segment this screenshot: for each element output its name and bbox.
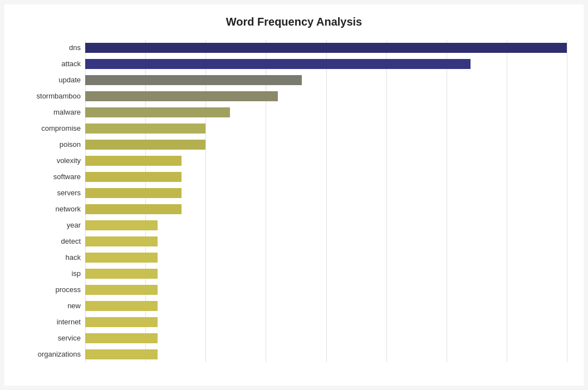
y-label: malware (21, 108, 81, 116)
y-label: poison (21, 141, 81, 148)
grid-line (145, 40, 146, 362)
bar-row (85, 203, 567, 215)
bar (85, 220, 158, 230)
bar (85, 301, 158, 311)
y-label: servers (21, 189, 81, 196)
bar (85, 91, 278, 101)
y-label: detect (21, 238, 81, 245)
grid-line (266, 40, 266, 362)
bar (85, 172, 182, 182)
chart-container: Word Frequency Analysis dnsattackupdates… (4, 4, 584, 386)
y-label: isp (21, 270, 81, 277)
y-label: process (21, 286, 81, 293)
bar (85, 43, 567, 53)
y-label: dns (21, 44, 81, 51)
grid-line (567, 40, 567, 362)
grid-line (326, 40, 327, 362)
y-label: hack (21, 254, 81, 261)
bar-row (85, 332, 567, 344)
bar-row (85, 90, 567, 102)
bar-row (85, 74, 567, 86)
bar-row (85, 122, 567, 135)
bars-and-grid (85, 40, 567, 362)
grid-line (507, 40, 507, 362)
bar-row (85, 268, 567, 280)
y-label: new (21, 302, 81, 309)
bar-row (85, 155, 567, 167)
chart-area: dnsattackupdatestormbamboomalwarecomprom… (21, 40, 567, 362)
bar (85, 333, 158, 343)
y-labels: dnsattackupdatestormbamboomalwarecomprom… (21, 40, 85, 362)
bar (85, 269, 158, 279)
y-label: internet (21, 318, 81, 325)
y-label: stormbamboo (21, 92, 81, 100)
bar (85, 124, 205, 134)
bar (85, 204, 182, 214)
grid-line (386, 40, 387, 362)
bar-row (85, 316, 567, 328)
y-label: organizations (21, 350, 81, 358)
bar-row (85, 235, 567, 248)
bar (85, 236, 158, 246)
bar-row (85, 251, 567, 264)
bar-row (85, 139, 567, 151)
bar (85, 317, 158, 327)
y-label: software (21, 173, 81, 180)
y-label: volexity (21, 157, 81, 164)
bar-row (85, 42, 567, 54)
bar-row (85, 284, 567, 296)
bar (85, 349, 158, 359)
bar-row (85, 171, 567, 183)
bar-row (85, 58, 567, 70)
grid-line (447, 40, 447, 362)
bar-row (85, 106, 567, 119)
y-label: service (21, 334, 81, 342)
y-label: network (21, 205, 81, 213)
grid-line (205, 40, 206, 362)
chart-title: Word Frequency Analysis (21, 16, 567, 28)
bar (85, 107, 230, 117)
bar (85, 253, 158, 263)
y-label: update (21, 76, 81, 83)
grid-line (85, 40, 86, 362)
y-label: attack (21, 60, 81, 67)
bar-row (85, 348, 567, 361)
y-label: compromise (21, 125, 81, 132)
y-label: year (21, 221, 81, 229)
bar (85, 75, 302, 85)
bar (85, 140, 205, 150)
bar-row (85, 219, 567, 231)
bar (85, 156, 182, 166)
bar (85, 285, 158, 295)
bar-row (85, 187, 567, 199)
bar-row (85, 300, 567, 312)
bar (85, 59, 471, 69)
bar (85, 188, 182, 198)
